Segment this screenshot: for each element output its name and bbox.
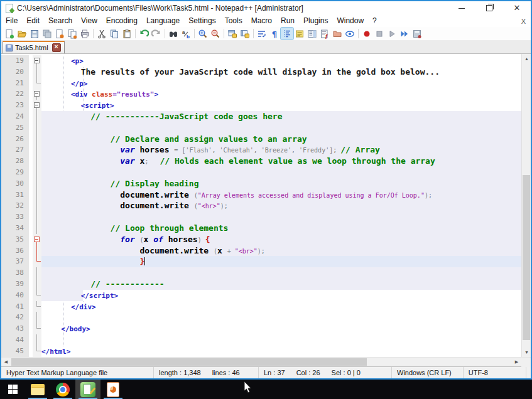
scroll-left-arrow[interactable]: ◀: [1, 358, 11, 367]
toolbar-function-list-button[interactable]: f: [318, 28, 331, 40]
code-line-25[interactable]: 25: [1, 122, 521, 134]
code-line-27[interactable]: 27 var horses = ['Flash', 'Cheetah', 'Br…: [1, 144, 521, 156]
minimize-button[interactable]: [448, 1, 475, 15]
restore-button[interactable]: [475, 1, 503, 15]
close-button[interactable]: ✕: [503, 1, 531, 15]
code-line-22[interactable]: 22 <div class="results">: [1, 88, 521, 100]
code-line-37[interactable]: 37 }: [1, 256, 521, 267]
vertical-scroll-thumb[interactable]: [523, 175, 530, 340]
code-line-26[interactable]: 26 // Declare and assign values to an ar…: [1, 134, 521, 145]
code-line-44[interactable]: 44: [1, 334, 521, 346]
code-line-39[interactable]: 39 // ------------: [1, 279, 521, 290]
code-line-42[interactable]: 42: [1, 312, 521, 323]
toolbar-macro-record-button[interactable]: [361, 28, 373, 40]
code-line-34[interactable]: 34 // Loop through elements: [1, 223, 521, 234]
taskbar-file-explorer[interactable]: [25, 380, 50, 399]
toolbar-save-all-button[interactable]: [41, 28, 53, 40]
toolbar-user-defined-dialog-button[interactable]: [293, 28, 306, 40]
toolbar-macro-save-button[interactable]: [411, 28, 423, 40]
code-line-40[interactable]: 40 </script>: [1, 290, 521, 301]
code-line-43[interactable]: 43 </body>: [1, 323, 521, 334]
toolbar-monitoring-button[interactable]: [344, 28, 356, 40]
editor-area[interactable]: 19 <p>20 The results of your JavaScript …: [1, 54, 531, 357]
scroll-up-arrow[interactable]: ▲: [522, 54, 531, 63]
code-line-19[interactable]: 19 <p>: [1, 55, 521, 66]
menu-plugins[interactable]: Plugins: [299, 15, 332, 27]
toolbar-copy-button[interactable]: [108, 28, 121, 40]
toolbar-print-button[interactable]: [79, 28, 91, 40]
vertical-scrollbar[interactable]: ▲ ▼: [521, 54, 531, 357]
toolbar-new-file-button[interactable]: [3, 28, 16, 40]
code-line-21[interactable]: 21 </p>: [1, 78, 521, 89]
code-line-31[interactable]: 31 document.write ("Array elements acces…: [1, 189, 521, 201]
taskbar-chrome[interactable]: [50, 380, 75, 399]
toolbar-replace-button[interactable]: ab: [180, 28, 192, 40]
menu-search[interactable]: Search: [44, 15, 77, 27]
menu-macro[interactable]: Macro: [247, 15, 276, 27]
menu-language[interactable]: Language: [142, 15, 184, 27]
code-line-23[interactable]: 23 <script>: [1, 100, 521, 111]
close-document-x[interactable]: X: [521, 18, 526, 25]
toolbar-macro-play-button[interactable]: [386, 28, 398, 40]
menu-settings[interactable]: Settings: [184, 15, 220, 27]
code-line-24[interactable]: 24 // -----------JavaScript code goes he…: [1, 111, 521, 122]
toolbar-indent-guide-button[interactable]: [281, 28, 293, 40]
taskbar-impress[interactable]: [100, 380, 126, 399]
code-line-33[interactable]: 33: [1, 211, 521, 223]
toolbar-document-map-button[interactable]: [306, 28, 318, 40]
zoom-in-icon: [198, 29, 208, 39]
menu-help[interactable]: ?: [368, 15, 381, 27]
fold-marker[interactable]: [33, 234, 41, 245]
menu-run[interactable]: Run: [276, 15, 299, 27]
toolbar-undo-button[interactable]: [138, 28, 150, 40]
menu-tools[interactable]: Tools: [220, 15, 247, 27]
toolbar-zoom-out-button[interactable]: [209, 28, 222, 40]
toolbar-redo-button[interactable]: [150, 28, 163, 40]
toolbar-sync-horizontal-button[interactable]: [239, 28, 251, 40]
toolbar-folder-as-workspace-button[interactable]: [331, 28, 344, 40]
horizontal-scroll-thumb[interactable]: [11, 358, 367, 366]
tab-close-icon[interactable]: ✕: [52, 43, 61, 52]
menu-encoding[interactable]: Encoding: [102, 15, 142, 27]
toolbar-show-all-characters-button[interactable]: ¶: [268, 28, 281, 40]
horizontal-scrollbar[interactable]: ◀ ▶: [1, 357, 531, 366]
toolbar-macro-stop-button[interactable]: [373, 28, 386, 40]
code-line-32[interactable]: 32 document.write ("<hr>");: [1, 200, 521, 211]
toolbar-zoom-in-button[interactable]: [197, 28, 209, 40]
start-button[interactable]: [0, 380, 25, 399]
code-line-36[interactable]: 36 document.write (x + "<br>");: [1, 245, 521, 257]
line-number: 23: [1, 100, 29, 111]
taskbar-notepad-plus-plus[interactable]: [75, 380, 100, 399]
scroll-right-arrow[interactable]: ▶: [512, 358, 521, 367]
code-line-35[interactable]: 35 for (x of horses) {: [1, 234, 521, 245]
toolbar-find-button[interactable]: [167, 28, 180, 40]
code-line-38[interactable]: 38: [1, 267, 521, 279]
toolbar-open-file-button[interactable]: [16, 28, 28, 40]
fold-marker[interactable]: [33, 100, 41, 111]
code-line-30[interactable]: 30 // Display heading: [1, 178, 521, 189]
code-line-20[interactable]: 20 The results of your JavaScript code w…: [1, 66, 521, 78]
code-line-29[interactable]: 29: [1, 167, 521, 178]
toolbar-paste-button[interactable]: [121, 28, 133, 40]
menu-window[interactable]: Window: [332, 15, 368, 27]
scroll-down-arrow[interactable]: ▼: [522, 348, 531, 357]
toolbar-close-file-button[interactable]: [53, 28, 66, 40]
toolbar-save-file-button[interactable]: [28, 28, 41, 40]
code-line-41[interactable]: 41 </div>: [1, 301, 521, 312]
code-line-28[interactable]: 28 var x; // Holds each element value as…: [1, 156, 521, 167]
menu-edit[interactable]: Edit: [22, 15, 44, 27]
toolbar-word-wrap-button[interactable]: [256, 28, 268, 40]
tab-label: Task5.html: [15, 44, 48, 51]
menu-view[interactable]: View: [77, 15, 102, 27]
toolbar-sync-vertical-button[interactable]: [226, 28, 239, 40]
line-number: 34: [1, 223, 29, 234]
toolbar-close-all-button[interactable]: [66, 28, 79, 40]
code-line-45[interactable]: 45</html>: [1, 346, 521, 357]
toolbar-macro-run-multiple-button[interactable]: [398, 28, 411, 40]
line-number: 32: [1, 200, 29, 211]
menu-file[interactable]: File: [1, 15, 22, 27]
fold-marker[interactable]: [33, 88, 41, 100]
tab-Task5.html[interactable]: Task5.html✕: [3, 41, 65, 53]
toolbar-cut-button[interactable]: [95, 28, 108, 40]
fold-marker[interactable]: [33, 55, 41, 66]
